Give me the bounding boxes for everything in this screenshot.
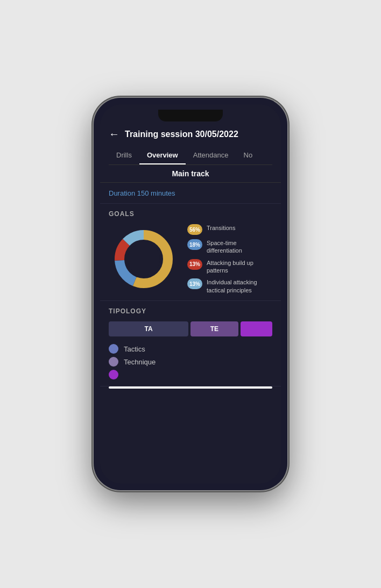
tipology-section: TIPOLOGY TA TE Tactics Technique bbox=[100, 301, 281, 386]
dot-third bbox=[109, 370, 118, 379]
legend-badge-spacetime: 18% bbox=[187, 239, 202, 250]
tab-attendance[interactable]: Attendance bbox=[186, 147, 236, 164]
tipology-bar: TA TE bbox=[109, 321, 272, 336]
label-technique: Technique bbox=[124, 358, 156, 366]
tipology-title: TIPOLOGY bbox=[109, 307, 272, 315]
tab-drills[interactable]: Drills bbox=[109, 147, 139, 164]
legend-badge-attacking-buildup: 13% bbox=[187, 259, 202, 270]
tipology-legend-technique: Technique bbox=[109, 357, 272, 367]
svg-point-4 bbox=[128, 243, 160, 275]
goals-title: GOALS bbox=[109, 210, 272, 218]
goals-content: 56% Transitions 18% Space-time different… bbox=[109, 224, 272, 294]
bar-purple bbox=[241, 321, 272, 336]
legend-item-transitions: 56% Transitions bbox=[187, 224, 272, 235]
label-tactics: Tactics bbox=[124, 345, 145, 353]
legend-label-spacetime: Space-time differentiation bbox=[207, 239, 272, 255]
legend-label-attacking-buildup: Attacking build up patterns bbox=[207, 259, 272, 275]
tab-bar: Drills Overview Attendance No bbox=[109, 147, 272, 165]
notch bbox=[158, 110, 223, 121]
donut-chart bbox=[109, 224, 179, 294]
phone-frame: ← Training session 30/05/2022 Drills Ove… bbox=[94, 98, 287, 490]
sub-tab-main-track[interactable]: Main track bbox=[172, 169, 209, 178]
tab-notes[interactable]: No bbox=[236, 147, 260, 164]
legend-label-transitions: Transitions bbox=[207, 224, 235, 232]
goals-section: GOALS bbox=[100, 204, 281, 301]
duration-bar: Duration 150 minutes bbox=[100, 183, 281, 204]
tipology-legend-third bbox=[109, 370, 272, 379]
duration-text: Duration 150 minutes bbox=[109, 189, 175, 197]
bar-te: TE bbox=[190, 321, 238, 336]
legend-badge-transitions: 56% bbox=[187, 224, 202, 235]
legend-item-attacking-buildup: 13% Attacking build up patterns bbox=[187, 259, 272, 275]
header: ← Training session 30/05/2022 Drills Ove… bbox=[100, 124, 281, 165]
progress-bar bbox=[109, 386, 272, 389]
goals-legend: 56% Transitions 18% Space-time different… bbox=[187, 224, 272, 294]
notch-bar bbox=[100, 104, 281, 124]
legend-item-individual-attacking: 13% Individual attacking tactical princi… bbox=[187, 278, 272, 294]
content-area: Duration 150 minutes GOALS bbox=[100, 183, 281, 484]
dot-technique bbox=[109, 357, 118, 367]
tipology-legend: Tactics Technique bbox=[109, 344, 272, 379]
back-button[interactable]: ← bbox=[109, 128, 119, 140]
legend-label-individual-attacking: Individual attacking tactical principles bbox=[207, 278, 272, 294]
legend-badge-individual-attacking: 13% bbox=[187, 278, 202, 289]
phone-screen: ← Training session 30/05/2022 Drills Ove… bbox=[100, 104, 281, 484]
bottom-area bbox=[100, 386, 281, 429]
tipology-legend-tactics: Tactics bbox=[109, 344, 272, 354]
page-title: Training session 30/05/2022 bbox=[125, 130, 238, 139]
sub-tab-bar: Main track bbox=[100, 165, 281, 183]
dot-tactics bbox=[109, 344, 118, 354]
bar-ta: TA bbox=[109, 321, 188, 336]
legend-item-spacetime: 18% Space-time differentiation bbox=[187, 239, 272, 255]
tab-overview[interactable]: Overview bbox=[139, 147, 186, 164]
